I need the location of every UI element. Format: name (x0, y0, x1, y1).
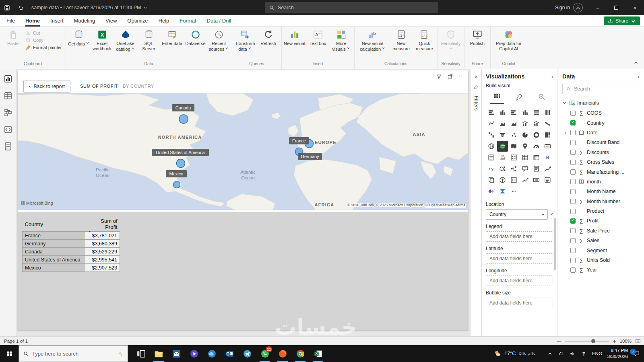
country-cell[interactable]: Mexico (23, 264, 85, 272)
zoom-out-button[interactable]: — (557, 339, 561, 343)
column-header[interactable]: Country (23, 217, 85, 232)
field-checkbox[interactable] (570, 111, 576, 116)
visual-type-decomposition-tree[interactable] (508, 163, 519, 174)
excel-workbook-button[interactable]: XExcel workbook (91, 28, 114, 51)
chevron-down-icon[interactable] (562, 101, 567, 105)
field-cogs[interactable]: ∑COGS (562, 108, 639, 118)
visual-type-filled-map[interactable] (497, 141, 508, 152)
weather-widget[interactable]: 17°C غائم غالبًا (493, 350, 535, 358)
model-view-icon[interactable] (3, 108, 13, 117)
field-date[interactable]: ›Date (562, 128, 639, 138)
visual-type-clustered-bar-chart[interactable] (508, 107, 519, 118)
field-checkbox[interactable] (570, 169, 576, 175)
remove-field-icon[interactable]: × (550, 212, 553, 217)
start-button[interactable] (0, 345, 19, 362)
scrollbar[interactable] (554, 218, 556, 270)
field-checkbox[interactable] (570, 209, 576, 214)
visual-type-matrix[interactable] (531, 152, 542, 163)
visual-type-table[interactable] (520, 152, 530, 163)
field-checkbox[interactable] (570, 218, 576, 224)
taskbar-app-whatsapp[interactable]: 22 (256, 345, 274, 362)
menu-tab-insert[interactable]: Insert (50, 15, 64, 27)
collapse-ribbon-icon[interactable] (634, 60, 638, 65)
cut-button[interactable]: Cut (25, 30, 62, 36)
taskbar-app-brave[interactable] (274, 345, 291, 362)
format-painter-button[interactable]: Format painter (25, 45, 62, 50)
field-sale-price[interactable]: ∑Sale Price (562, 226, 639, 236)
field-checkbox[interactable] (570, 140, 576, 145)
transform-data-button[interactable]: Transform data (233, 28, 257, 51)
visual-type-funnel-chart[interactable] (497, 130, 508, 140)
show-hidden-icons[interactable] (547, 351, 553, 357)
field-profit[interactable]: ∑Profit (562, 216, 639, 226)
visual-type-key-influencers[interactable] (497, 163, 508, 174)
visual-type-python-visual[interactable]: Py (486, 163, 497, 174)
visual-type-azure-map[interactable] (520, 141, 530, 152)
menu-tab-optimize[interactable]: Optimize (127, 15, 148, 27)
prep-data-for-copilot-ai-button[interactable]: Prep data for Copilot AI (492, 28, 526, 51)
collapse-panel-icon[interactable]: › (638, 74, 639, 80)
visual-type-scorecard[interactable] (520, 175, 530, 185)
visual-type-new-card[interactable]: 123 (531, 175, 542, 185)
visual-type-map[interactable] (486, 141, 497, 152)
visual-type-line-and-stacked-column-chart[interactable] (520, 118, 530, 129)
share-button[interactable]: Share (604, 16, 640, 25)
network-icon[interactable] (581, 351, 587, 357)
save-icon[interactable] (0, 0, 14, 15)
field-month-number[interactable]: ∑Month Number (562, 197, 639, 206)
undo-icon[interactable] (14, 0, 27, 15)
menu-tab-data-drill[interactable]: Data / Drill (207, 15, 231, 27)
visual-type-multi-row-card[interactable] (486, 152, 497, 163)
column-header[interactable]: Sum of Profit▼ (85, 217, 120, 232)
visual-type-pie-chart[interactable] (520, 130, 530, 140)
onelake-catalog-button[interactable]: OneLake catalog (114, 28, 137, 51)
account-avatar[interactable] (573, 3, 583, 12)
field-gross-sales[interactable]: ∑Gross Sales (562, 157, 639, 167)
expand-icon[interactable]: › (565, 130, 566, 135)
global-search-input[interactable]: Search (265, 2, 438, 13)
viz-tab-format-visual[interactable] (512, 92, 526, 104)
visual-type-stacked-column-chart[interactable] (497, 107, 508, 118)
visual-type-100-stacked-bar-chart[interactable] (531, 107, 542, 118)
menu-tab-help[interactable]: Help (159, 15, 169, 27)
visual-type-line-and-clustered-column-chart[interactable] (531, 118, 542, 129)
taskbar-app-media-player[interactable] (185, 345, 203, 362)
focus-mode-icon[interactable] (447, 74, 453, 80)
field-checkbox[interactable] (570, 228, 576, 233)
menu-tab-view[interactable]: View (105, 15, 117, 27)
taskbar-app-mail[interactable] (167, 345, 185, 362)
country-cell[interactable]: Germany (23, 240, 85, 248)
table-node-financials[interactable]: financials (562, 100, 639, 106)
field-checkbox[interactable] (570, 238, 576, 243)
clock[interactable]: 8:47 PM 3/30/2026 (607, 348, 628, 360)
data-search-input[interactable]: Search (562, 84, 639, 94)
field-checkbox[interactable] (570, 258, 576, 263)
menu-tab-home[interactable]: Home (25, 15, 40, 27)
field-checkbox[interactable] (570, 160, 576, 165)
notification-center-icon[interactable]: 7 (633, 350, 640, 357)
field-units-sold[interactable]: ∑Units Sold (562, 255, 639, 265)
more-visuals-button[interactable]: ⋯More visuals (330, 28, 353, 51)
enter-data-button[interactable]: Enter data (161, 28, 184, 46)
zoom-in-button[interactable]: + (613, 338, 616, 344)
profit-cell[interactable]: $3,529,229 (85, 248, 120, 256)
taskbar-app-telegram[interactable] (238, 345, 256, 362)
visual-type-line-chart[interactable] (486, 118, 497, 129)
new-measure-button[interactable]: New measure (390, 28, 413, 51)
refresh-button[interactable]: Refresh (257, 28, 280, 46)
field-sales[interactable]: ∑Sales (562, 236, 639, 245)
field-checkbox[interactable] (570, 189, 576, 194)
field-country[interactable]: Country (562, 118, 639, 128)
field-month-name[interactable]: Month Name (562, 187, 639, 196)
onedrive-icon[interactable] (558, 351, 564, 357)
visual-type-smart-narrative[interactable] (531, 163, 542, 174)
menu-tab-modeling[interactable]: Modeling (74, 15, 95, 27)
visual-type-waterfall-chart[interactable] (486, 130, 497, 140)
fit-to-page-icon[interactable] (635, 338, 641, 344)
country-cell[interactable]: Canada (23, 248, 85, 256)
field-year[interactable]: ∑Year (562, 265, 639, 275)
profit-cell[interactable]: $2,907,523 (85, 264, 120, 272)
field-segment[interactable]: Segment (562, 245, 639, 255)
visual-type-kpi[interactable]: 12 (497, 152, 508, 163)
field-checkbox[interactable] (570, 130, 576, 135)
